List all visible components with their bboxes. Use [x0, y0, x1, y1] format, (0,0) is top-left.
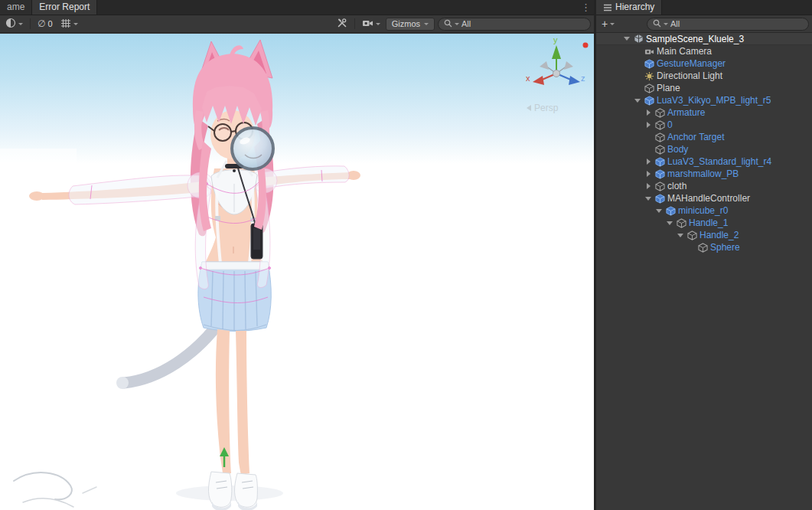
hierarchy-item-main-camera[interactable]: Main Camera [596, 45, 812, 57]
cube-grey-icon [654, 107, 666, 118]
tools-icon [337, 18, 347, 31]
scene-search-value: All [461, 19, 585, 28]
scene-viewport[interactable]: y x z Persp [0, 34, 594, 510]
camera-icon [644, 46, 655, 57]
plus-icon: + [602, 18, 608, 29]
hierarchy-item-label: GestureManager [657, 58, 726, 69]
character-legs [216, 329, 249, 475]
hierarchy-tree: SampleScene_Kluele_3 Main CameraGestureM… [596, 33, 812, 510]
perspective-toggle[interactable]: Persp [527, 103, 558, 113]
unity-scene-icon [633, 34, 644, 44]
camera-icon [362, 18, 373, 30]
camera-view-button[interactable] [360, 17, 383, 31]
plane-edge [0, 149, 77, 170]
hierarchy-scene-root[interactable]: SampleScene_Kluele_3 [596, 33, 812, 45]
axis-x-label[interactable]: x [526, 74, 530, 83]
hierarchy-item-label: MAHandleController [667, 193, 750, 204]
disclosure-down-icon[interactable] [665, 218, 674, 227]
arrow-spacer [686, 243, 696, 252]
panel-menu-kebab-icon[interactable]: ⋮ [581, 2, 591, 13]
dropdown-caret-icon [18, 23, 23, 25]
grid-icon [60, 18, 71, 31]
hierarchy-item-label: 0 [667, 119, 673, 130]
hierarchy-item-marshmallow-pb[interactable]: marshmallow_PB [596, 168, 812, 180]
toolbar-divider [30, 18, 31, 29]
disclosure-right-icon[interactable] [644, 169, 653, 178]
hierarchy-search-field[interactable]: All [647, 18, 809, 31]
add-object-button[interactable]: + [599, 17, 617, 31]
hierarchy-item-plane[interactable]: Plane [596, 82, 812, 94]
hierarchy-item-handle-2[interactable]: Handle_2 [596, 229, 812, 241]
gizmos-label: Gizmos [392, 19, 420, 28]
orientation-gizmo[interactable]: y x z [526, 35, 585, 85]
arrow-spacer [644, 132, 653, 142]
hierarchy-item-armature[interactable]: Armature [596, 106, 812, 119]
search-filter-caret-icon [664, 23, 668, 25]
axis-z-label[interactable]: z [581, 74, 585, 83]
cube-grey-icon [676, 217, 687, 228]
hierarchy-item-label: minicube_r0 [678, 205, 728, 216]
character-model[interactable] [29, 40, 360, 510]
hierarchy-item-sphere[interactable]: Sphere [596, 241, 812, 253]
scene-search-field[interactable]: All [438, 18, 591, 31]
hierarchy-list-icon [603, 4, 612, 11]
tab-error-report[interactable]: Error Report [32, 0, 97, 15]
search-filter-caret-icon [455, 23, 459, 25]
arrow-spacer [633, 47, 642, 56]
hierarchy-item-anchor-target[interactable]: Anchor Target [596, 131, 812, 143]
hierarchy-tab-strip: Hierarchy [596, 0, 812, 15]
hierarchy-item-label: Handle_2 [699, 230, 739, 240]
search-icon [653, 19, 661, 29]
hidden-object-count: 0 [47, 19, 52, 28]
cube-grey-icon [654, 144, 666, 155]
disclosure-right-icon[interactable] [644, 108, 653, 117]
scene-visibility-toggle[interactable]: ∅ 0 [35, 17, 55, 31]
arrow-spacer [633, 71, 642, 80]
hierarchy-item-minicube-r0[interactable]: minicube_r0 [596, 204, 812, 217]
tab-hierarchy-label: Hierarchy [615, 0, 654, 15]
hierarchy-item-label: Main Camera [657, 46, 712, 57]
scene-root-label: SampleScene_Kluele_3 [646, 34, 744, 44]
hierarchy-item-label: LuaV3_Standard_light_r4 [667, 156, 771, 167]
shading-mode-button[interactable] [3, 17, 25, 31]
cube-grey-icon [654, 119, 666, 130]
cube-blue-icon [665, 205, 677, 216]
cube-grey-icon [654, 181, 666, 191]
tab-game[interactable]: ame [0, 0, 32, 15]
search-icon [444, 19, 452, 29]
cube-blue-icon [644, 58, 655, 69]
disclosure-down-icon[interactable] [654, 206, 664, 215]
hierarchy-item-luav3-kikyo-mpb-light-r5[interactable]: LuaV3_Kikyo_MPB_light_r5 [596, 94, 812, 106]
component-tools-button[interactable] [334, 17, 350, 31]
axis-y-label[interactable]: y [553, 35, 558, 44]
hierarchy-item-luav3-standard-light-r4[interactable]: LuaV3_Standard_light_r4 [596, 155, 812, 168]
hierarchy-item-label: Plane [657, 83, 680, 93]
disclosure-down-icon[interactable] [622, 34, 631, 44]
hierarchy-item-cloth[interactable]: cloth [596, 180, 812, 192]
disclosure-down-icon[interactable] [644, 194, 653, 203]
disclosure-down-icon[interactable] [633, 96, 642, 105]
scene-toolbar: ∅ 0 Gizmos [0, 15, 594, 33]
disclosure-right-icon[interactable] [644, 181, 653, 191]
hierarchy-item-mahandlecontroller[interactable]: MAHandleController [596, 192, 812, 204]
dropdown-caret-icon [610, 23, 615, 25]
scene-3d-render: y x z [0, 34, 594, 510]
shaded-sphere-icon [5, 18, 16, 31]
handle-sphere[interactable] [232, 128, 273, 169]
disclosure-right-icon[interactable] [644, 157, 653, 166]
arrow-spacer [633, 59, 642, 68]
hierarchy-item-0[interactable]: 0 [596, 119, 812, 131]
arrow-spacer [644, 145, 653, 154]
sketch-artifact [14, 472, 96, 507]
dropdown-caret-icon [73, 23, 78, 25]
hierarchy-item-gesturemanager[interactable]: GestureManager [596, 57, 812, 70]
gizmos-dropdown[interactable]: Gizmos [386, 18, 435, 31]
grid-settings-button[interactable] [58, 17, 80, 31]
disclosure-down-icon[interactable] [676, 230, 685, 240]
hierarchy-item-handle-1[interactable]: Handle_1 [596, 217, 812, 229]
hierarchy-item-directional-light[interactable]: Directional Light [596, 70, 812, 82]
tab-hierarchy[interactable]: Hierarchy [596, 0, 662, 15]
hierarchy-item-body[interactable]: Body [596, 143, 812, 155]
toolbar-divider [354, 18, 355, 29]
disclosure-right-icon[interactable] [644, 120, 653, 129]
